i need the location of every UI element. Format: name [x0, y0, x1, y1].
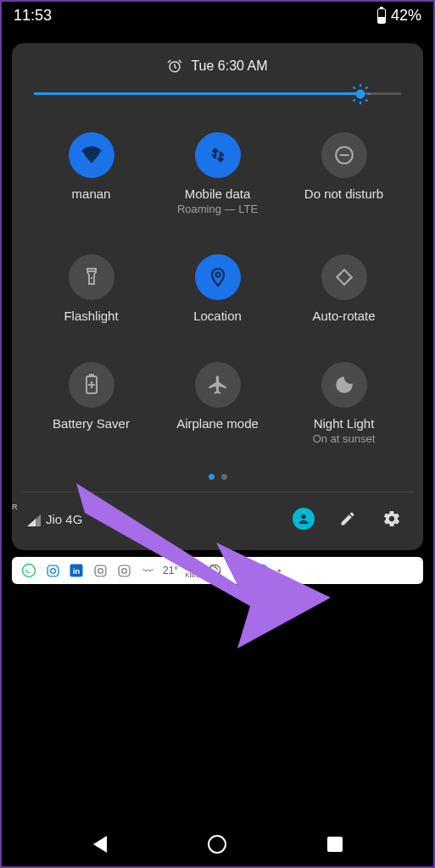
whatsapp-icon — [20, 562, 37, 579]
settings-button[interactable] — [376, 503, 408, 535]
tile-mobile-data[interactable]: Mobile data Roaming — LTE — [159, 132, 276, 215]
brightness-slider[interactable] — [24, 74, 411, 102]
svg-rect-16 — [95, 565, 106, 576]
page-dot — [209, 474, 215, 480]
tile-label: Night Light — [313, 416, 376, 431]
svg-point-6 — [215, 273, 220, 277]
alarm-header[interactable]: Tue 6:30 AM — [24, 58, 411, 74]
navigation-bar — [0, 821, 435, 868]
alarm-icon — [167, 58, 182, 74]
status-bar: 11:53 42% — [0, 0, 435, 31]
tile-label: Airplane mode — [176, 416, 259, 431]
svg-rect-11 — [47, 565, 59, 576]
nav-home-button[interactable] — [208, 835, 226, 854]
linkedin-icon: in — [68, 562, 85, 579]
share-icon — [230, 562, 247, 579]
tile-airplane[interactable]: Airplane mode — [159, 362, 276, 445]
svg-point-21 — [240, 565, 243, 568]
tile-label: Flashlight — [64, 309, 118, 323]
tile-sublabel: On at sunset — [313, 432, 376, 445]
svg-point-9 — [301, 515, 305, 519]
edit-button[interactable] — [332, 503, 364, 535]
svg-rect-8 — [89, 374, 94, 376]
user-button[interactable] — [287, 503, 320, 535]
svg-point-20 — [209, 565, 220, 576]
wifi-icon — [80, 143, 103, 167]
page-indicator — [24, 464, 411, 492]
aperture-icon — [206, 562, 223, 579]
tiles-grid: manan Mobile data Roaming — LTE — [24, 102, 411, 464]
tile-flashlight[interactable]: Flashlight — [32, 254, 150, 323]
tile-label: manan — [72, 186, 111, 201]
location-icon — [208, 267, 228, 287]
nav-back-button[interactable] — [93, 836, 107, 853]
tile-night-light[interactable]: Night Light On at sunset — [285, 362, 403, 445]
autorotate-icon — [333, 266, 355, 288]
tile-label: Mobile data — [177, 186, 258, 201]
page-dot — [221, 474, 227, 480]
instagram-icon — [92, 562, 109, 579]
pencil-icon — [339, 510, 356, 527]
user-icon — [297, 512, 310, 526]
battery-group: 42% — [377, 7, 421, 25]
quick-settings-panel: Tue 6:30 AM — [12, 43, 423, 550]
tile-label: Battery Saver — [53, 416, 130, 431]
signal-icon — [27, 515, 41, 526]
notification-bar[interactable]: in 〰 21° 0 KB/s • — [12, 557, 423, 584]
battery-percent: 42% — [391, 7, 421, 25]
telegram-icon — [254, 562, 270, 579]
carrier-group[interactable]: R Jio 4G — [27, 512, 276, 526]
carrier-label: Jio 4G — [46, 512, 82, 526]
alarm-label: Tue 6:30 AM — [191, 58, 267, 74]
data-icon — [208, 145, 228, 165]
svg-rect-18 — [119, 565, 130, 576]
tile-sublabel: Roaming — LTE — [177, 203, 258, 215]
svg-point-23 — [240, 573, 243, 576]
qs-footer: R Jio 4G — [24, 492, 411, 538]
svg-text:in: in — [73, 566, 81, 576]
instagram-icon — [44, 562, 61, 579]
tile-label: Auto-rotate — [312, 309, 375, 323]
temperature: 21° — [163, 565, 178, 576]
airplane-icon — [207, 374, 229, 396]
tile-dnd[interactable]: Do not disturb — [285, 132, 403, 215]
battery-icon — [377, 8, 386, 24]
moon-icon — [333, 374, 355, 396]
dnd-icon — [333, 144, 355, 166]
battery-saver-icon — [83, 373, 100, 397]
tile-location[interactable]: Location — [159, 254, 276, 323]
brightness-icon — [349, 83, 371, 105]
flashlight-icon — [81, 267, 102, 287]
svg-point-13 — [55, 566, 56, 567]
status-time: 11:53 — [14, 7, 52, 25]
svg-point-19 — [121, 568, 126, 573]
tile-autorotate[interactable]: Auto-rotate — [285, 254, 403, 323]
mustache-icon: 〰 — [139, 562, 156, 579]
tile-battery-saver[interactable]: Battery Saver — [32, 362, 150, 445]
tile-label: Location — [193, 309, 242, 323]
instagram-icon — [115, 562, 132, 579]
svg-point-1 — [356, 89, 365, 98]
nav-recent-button[interactable] — [327, 837, 343, 852]
tile-wifi[interactable]: manan — [32, 132, 150, 215]
svg-point-17 — [98, 568, 103, 573]
gear-icon — [382, 509, 401, 528]
svg-point-10 — [23, 565, 36, 577]
data-speed-unit: KB/s — [185, 572, 199, 579]
tile-label: Do not disturb — [304, 186, 383, 201]
svg-point-22 — [233, 569, 237, 572]
svg-point-12 — [50, 568, 55, 573]
